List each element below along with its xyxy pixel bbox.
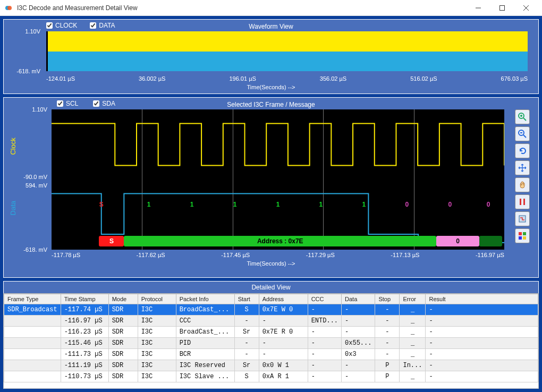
bit-label: 1 bbox=[233, 201, 237, 208]
frame-x-ticks: -117.78 µS-117.62 µS-117.45 µS-117.29 µS… bbox=[52, 252, 504, 258]
app-body: Waveform View CLOCK DATA 1.10V -618. mV … bbox=[0, 16, 542, 392]
svg-rect-18 bbox=[519, 236, 522, 240]
svg-rect-13 bbox=[520, 199, 521, 205]
data-label: DATA bbox=[99, 22, 115, 29]
table-row[interactable]: -115.46 µSSDRI3CPID---0x55...-_- bbox=[4, 338, 538, 349]
frame-plot[interactable]: S111111000 SAddress : 0x7E0 bbox=[52, 109, 504, 250]
x-tick: 676.03 µS bbox=[501, 75, 528, 82]
app-icon bbox=[4, 4, 13, 12]
waveform-x-ticks: -124.01 µS36.002 µS196.01 µS356.02 µS516… bbox=[46, 75, 528, 82]
bus-start: S bbox=[99, 236, 124, 246]
col-header[interactable]: Packet Info bbox=[176, 294, 234, 304]
bus-tail bbox=[479, 236, 502, 246]
table-row[interactable]: -111.19 µSSDRI3CI3C ReservedSr0x0 W 1--P… bbox=[4, 360, 538, 371]
bit-label: 1 bbox=[147, 201, 151, 208]
waveform-plot[interactable] bbox=[46, 31, 528, 71]
window-controls bbox=[466, 0, 538, 16]
svg-rect-19 bbox=[523, 236, 526, 240]
clock-vlabel: Clock bbox=[9, 138, 17, 155]
col-header[interactable]: Frame Type bbox=[4, 294, 61, 304]
x-tick: 36.002 µS bbox=[139, 75, 165, 82]
minimize-button[interactable] bbox=[466, 0, 490, 16]
svg-line-11 bbox=[523, 135, 526, 138]
window-titlebar: I3C Decode and Measurement Detail View bbox=[0, 0, 542, 16]
frame-panel: Selected I3C Frame / Message SCL SDA Clo… bbox=[3, 97, 539, 278]
col-header[interactable]: Mode bbox=[108, 294, 138, 304]
waveform-panel: Waveform View CLOCK DATA 1.10V -618. mV … bbox=[3, 19, 539, 94]
detail-section: Detailed View Frame TypeTime StampModePr… bbox=[3, 281, 539, 389]
x-tick: -117.78 µS bbox=[52, 252, 80, 258]
bit-label: 0 bbox=[487, 201, 490, 208]
undo-button[interactable] bbox=[515, 143, 530, 158]
x-tick: -117.29 µS bbox=[306, 252, 335, 258]
x-tick: -117.62 µS bbox=[137, 252, 165, 258]
bit-label: 1 bbox=[319, 201, 323, 208]
table-row[interactable]: -116.23 µSSDRI3CBroadCast_...Sr0x7E R 0-… bbox=[4, 327, 538, 338]
table-row[interactable]: SDR_Broadcast-117.74 µSSDRI3CBroadCast_.… bbox=[4, 304, 538, 316]
x-tick: -116.97 µS bbox=[476, 252, 504, 258]
waveform-x-label: Time(Seconds) --> bbox=[4, 84, 538, 90]
table-row[interactable]: -116.97 µSSDRI3CCCC--ENTD...--_- bbox=[4, 316, 538, 327]
zoom-out-button[interactable] bbox=[515, 126, 530, 141]
x-tick: 196.01 µS bbox=[229, 75, 256, 82]
bit-label: S bbox=[99, 201, 104, 208]
data-vlabel: Data bbox=[9, 201, 17, 215]
svg-rect-16 bbox=[519, 232, 522, 235]
col-header[interactable]: Time Stamp bbox=[61, 294, 108, 304]
clock-checkbox[interactable]: CLOCK bbox=[46, 22, 77, 29]
waveform-legend: CLOCK DATA bbox=[46, 22, 115, 29]
bus-rw: 0 bbox=[436, 236, 479, 246]
frame-y-axis: Clock Data 1.10V -90.0 mV 594. mV -618. … bbox=[8, 109, 49, 250]
x-tick: 516.02 µS bbox=[410, 75, 437, 82]
sda-checkbox[interactable]: SDA bbox=[93, 100, 115, 107]
clock-label: CLOCK bbox=[55, 22, 77, 29]
bit-label: 1 bbox=[276, 201, 280, 208]
svg-rect-17 bbox=[523, 232, 526, 235]
table-row[interactable]: -111.73 µSSDRI3CBCR---0x3-_- bbox=[4, 349, 538, 360]
hand-button[interactable] bbox=[515, 177, 530, 192]
maximize-button[interactable] bbox=[490, 0, 514, 16]
pause-button[interactable] bbox=[515, 194, 530, 209]
detail-table: Frame TypeTime StampModeProtocolPacket I… bbox=[4, 294, 538, 382]
x-tick: -124.01 µS bbox=[46, 75, 75, 82]
marker-button[interactable] bbox=[515, 211, 530, 226]
col-header[interactable]: Start bbox=[234, 294, 259, 304]
svg-line-7 bbox=[523, 118, 526, 121]
bus-address: Address : 0x7E bbox=[124, 236, 436, 246]
svg-rect-14 bbox=[523, 199, 525, 205]
x-tick: -117.13 µS bbox=[391, 252, 419, 258]
waveform-y-axis: 1.10V -618. mV bbox=[8, 31, 43, 71]
col-header[interactable]: Address bbox=[259, 294, 308, 304]
pan-button[interactable] bbox=[515, 160, 530, 175]
x-tick: -117.45 µS bbox=[221, 252, 250, 258]
color-button[interactable] bbox=[515, 228, 530, 243]
bit-label: 0 bbox=[448, 201, 452, 208]
bit-label: 1 bbox=[362, 201, 366, 208]
zoom-in-button[interactable] bbox=[515, 109, 530, 124]
detail-table-wrap[interactable]: Frame TypeTime StampModeProtocolPacket I… bbox=[3, 293, 539, 389]
detail-title: Detailed View bbox=[3, 281, 539, 293]
svg-rect-3 bbox=[499, 5, 504, 10]
frame-toolbar bbox=[515, 109, 530, 243]
x-tick: 356.02 µS bbox=[320, 75, 346, 82]
frame-legend: SCL SDA bbox=[57, 100, 115, 107]
bit-label: 0 bbox=[405, 201, 409, 208]
col-header[interactable]: Stop bbox=[375, 294, 400, 304]
bit-label: 1 bbox=[190, 201, 194, 208]
col-header[interactable]: Result bbox=[426, 294, 538, 304]
svg-point-1 bbox=[7, 6, 12, 10]
data-checkbox[interactable]: DATA bbox=[90, 22, 115, 29]
col-header[interactable]: Protocol bbox=[138, 294, 176, 304]
close-button[interactable] bbox=[514, 0, 538, 16]
col-header[interactable]: Data bbox=[342, 294, 375, 304]
table-row[interactable]: -110.73 µSSDRI3CI3C Slave ...S0xA R 1--P… bbox=[4, 371, 538, 382]
scl-checkbox[interactable]: SCL bbox=[57, 100, 78, 107]
table-header-row: Frame TypeTime StampModeProtocolPacket I… bbox=[4, 294, 538, 304]
frame-x-label: Time(Seconds) --> bbox=[4, 260, 538, 267]
window-title: I3C Decode and Measurement Detail View bbox=[17, 4, 466, 12]
col-header[interactable]: CCC bbox=[308, 294, 341, 304]
col-header[interactable]: Error bbox=[400, 294, 426, 304]
